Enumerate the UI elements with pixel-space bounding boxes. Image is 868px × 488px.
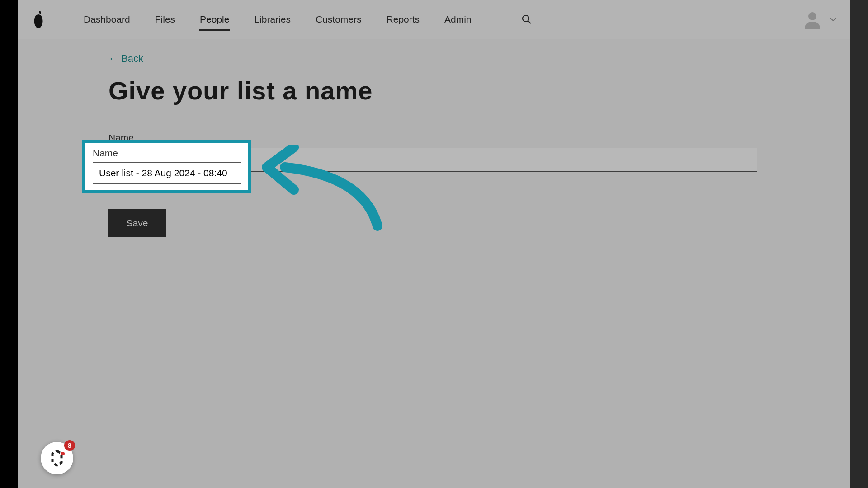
- name-label: Name: [108, 132, 760, 143]
- top-header: Dashboard Files People Libraries Custome…: [18, 0, 850, 39]
- search-icon: [522, 14, 532, 24]
- nav-dashboard[interactable]: Dashboard: [84, 0, 130, 39]
- svg-line-1: [528, 21, 531, 24]
- back-arrow-icon: ←: [108, 53, 118, 65]
- nav-customers[interactable]: Customers: [316, 0, 362, 39]
- help-widget[interactable]: 8: [41, 442, 73, 474]
- name-input[interactable]: [108, 148, 757, 172]
- save-button[interactable]: Save: [108, 209, 166, 237]
- svg-point-0: [523, 15, 529, 22]
- page-title: Give your list a name: [108, 76, 760, 105]
- main-nav: Dashboard Files People Libraries Custome…: [84, 0, 532, 39]
- nav-people[interactable]: People: [200, 0, 229, 39]
- nav-reports[interactable]: Reports: [387, 0, 420, 39]
- back-link[interactable]: ← Back: [108, 53, 143, 65]
- show-for-others-label[interactable]: Show for others: [119, 178, 186, 189]
- app-logo[interactable]: [32, 10, 45, 29]
- page-content: ← Back Give your list a name Name Show f…: [18, 39, 850, 237]
- nav-files[interactable]: Files: [155, 0, 175, 39]
- back-label: Back: [121, 53, 143, 65]
- help-badge: 8: [64, 440, 75, 451]
- help-widget-icon: [47, 448, 67, 468]
- avatar-icon: [803, 10, 822, 29]
- profile-menu[interactable]: [803, 10, 836, 29]
- nav-libraries[interactable]: Libraries: [254, 0, 291, 39]
- name-form-group: Name: [108, 132, 760, 172]
- svg-point-2: [808, 12, 816, 20]
- show-for-others-checkbox[interactable]: [108, 180, 116, 187]
- chevron-down-icon: [830, 18, 836, 22]
- show-for-others-row: Show for others: [108, 178, 760, 189]
- right-edge: [850, 0, 868, 488]
- nav-admin[interactable]: Admin: [444, 0, 472, 39]
- svg-point-3: [61, 452, 65, 455]
- search-button[interactable]: [522, 14, 532, 24]
